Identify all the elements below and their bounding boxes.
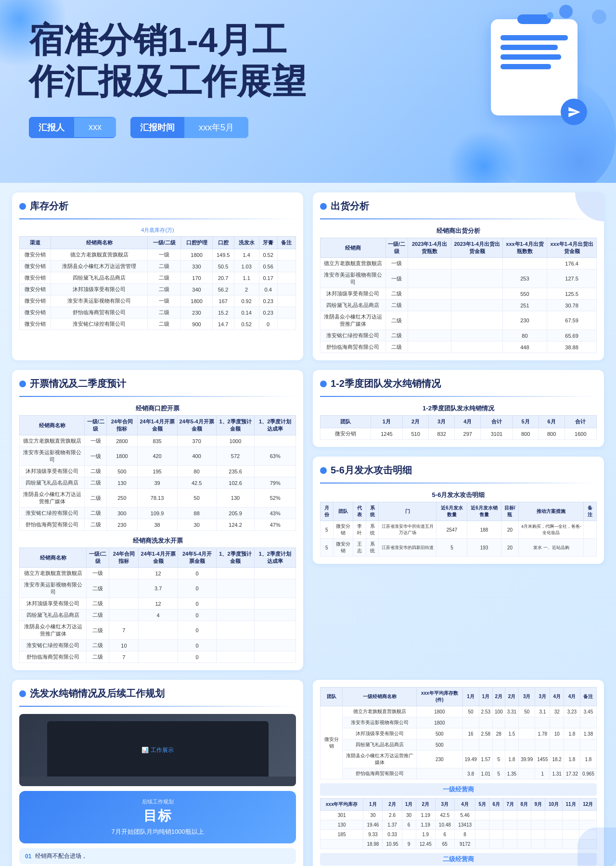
- team-sales-title-text: 1-2季度团队发水纯销情况: [331, 377, 441, 390]
- clipboard-lines: [500, 35, 568, 69]
- table-row: 5微安分销王志系统 江苏省淮安市的四新旧街道 519320 发水 一、近站品购: [321, 539, 597, 557]
- inventory-dot: [19, 203, 26, 210]
- bottom-grid: 洗发水纯销情况及后续工作规划 📊 工作展示 后续工作规划 目标 7月开始团队月均…: [0, 680, 616, 866]
- table-row: 舒怡临海商贸有限公司二级70: [20, 651, 296, 663]
- work-section-card: 洗发水纯销情况及后续工作规划 📊 工作展示 后续工作规划 目标 7月开始团队月均…: [12, 680, 303, 866]
- invoice-table1: 经销商名称 一级/二级 24年合同指标 24年1-4月开票金额 24年5-4月开…: [19, 415, 296, 531]
- table-row: 淮安市美运影视物有限公司 1800: [321, 717, 597, 728]
- work-item-num: 01: [25, 853, 31, 860]
- invoice-title: 开票情况及二季度预计: [19, 377, 296, 390]
- attack-plan-card: 5-6月发水攻击明细 5-6月发水攻击明细 月份 团队 代表 系统 门 近6月发…: [313, 457, 604, 564]
- table-row: 舒怡临海商贸有限公司 3.81.01 51.35 1 1.3117.32 0.9…: [321, 768, 597, 779]
- table-row: 四纷黛飞礼品名品商店 500: [321, 739, 597, 751]
- table-row: 微安分销 德立方老旗舰直营旗舰店 1800 502.53 1003.31 503…: [321, 706, 597, 717]
- reporter-label: 汇报人: [29, 117, 74, 138]
- th-oral: 口腔护理: [181, 237, 212, 249]
- inventory-subtitle: 4月底库存(万): [19, 227, 296, 234]
- table-row: 1859.330.33 1.96 8: [321, 830, 597, 840]
- title-line1: 宿准分销1-4月工: [29, 21, 287, 59]
- th-channel: 渠道: [20, 237, 51, 249]
- clipboard-line: [500, 54, 561, 60]
- inventory-title-text: 库存分析: [30, 200, 68, 213]
- team-sales-dot: [320, 381, 327, 387]
- table-row: 德立方老旗舰直营旗舰店一级120: [20, 568, 296, 579]
- th-shampoo: 洗发水: [234, 237, 259, 249]
- corner-deco: [578, 828, 616, 866]
- level1-title: 一级经营商: [320, 783, 597, 796]
- table-row: 微安分销 1245 510 832 297 3101 800 800 1600: [321, 428, 597, 440]
- clipboard-line: [500, 45, 558, 50]
- header-section: 宿准分销1-4月工 作汇报及工作展望 汇报人 xxx 汇报时间: [0, 0, 616, 183]
- laptop-image: 📊 工作展示: [19, 714, 296, 786]
- invoice-card: 开票情况及二季度预计 经销商口腔开票 经销商名称 一级/二级 24年合同指标 2…: [12, 370, 303, 670]
- table-row: 沐邦顶级享受有限公司二级550125.5: [321, 288, 597, 300]
- table-row: 淮阴县众小橡红木万达运营推广媒体二级25078.135013052%: [20, 489, 296, 508]
- q12-container: 1-2季度团队发水纯销情况 1-2季度团队发水纯销情况 团队 1月 2月 3月 …: [313, 370, 604, 670]
- table-row: 四纷黛飞礼品名品商店二级40: [20, 610, 296, 621]
- th-remark: 备注: [277, 237, 295, 249]
- invoice-title-text: 开票情况及二季度预计: [30, 377, 126, 390]
- send-icon: [561, 99, 587, 125]
- target-pre-label: 后续工作规划: [29, 798, 286, 805]
- clipboard-clip: [517, 14, 551, 24]
- team-sales-card: 1-2季度团队发水纯销情况 1-2季度团队发水纯销情况 团队 1月 2月 3月 …: [313, 370, 604, 447]
- invoice-dot: [19, 381, 26, 387]
- table-row: 淮安市美运影视物有限公司二级3.70: [20, 579, 296, 598]
- deco-circle-1: [592, 10, 606, 24]
- table-row: 微安分销淮阴县众小橡红木万达运营管理二级33050.51.030.56: [20, 261, 296, 272]
- table-row: 舒怡临海商贸有限公司二级44838.88: [321, 342, 597, 353]
- shipment-dot: [320, 203, 327, 210]
- table-row: 四纷黛飞礼品名品商店二级1303942.5102.679%: [20, 477, 296, 489]
- table-row: 淮阴县众小橡红木万达运营推广媒体 230 19.491.57 51.8 39.9…: [321, 751, 597, 768]
- time-label: 汇报时间: [130, 117, 184, 138]
- attack-plan-title: 5-6月发水攻击明细: [320, 464, 597, 477]
- target-title: 目标: [29, 807, 286, 825]
- table-row: 四纷黛飞礼品名品商店二级25130.78: [321, 300, 597, 311]
- table-row: 微安分销淮安市美运影视物有限公司一级18001670.920.23: [20, 295, 296, 307]
- laptop-screen-content: 📊 工作展示: [141, 746, 173, 754]
- attack-subtitle: 5-6月发水攻击明细: [320, 491, 597, 499]
- reporter-value: xxx: [74, 117, 116, 137]
- clipboard-line: [500, 64, 551, 69]
- inventory-card: 库存分析 4月底库存(万) 渠道 经销商名称 一级/二级 口腔护理 口腔 洗发水…: [12, 192, 303, 360]
- target-box: 后续工作规划 目标 7月开始团队月均纯销1000瓶以上: [19, 791, 296, 843]
- clipboard-line: [500, 35, 568, 40]
- shipment-underline: [320, 218, 597, 219]
- team-sales-underline: [320, 396, 597, 397]
- inventory-title: 库存分析: [19, 200, 296, 213]
- time-value: xxx年5月: [184, 117, 248, 138]
- deco-small-circle: [559, 5, 573, 18]
- work-item-text: 经销商不配合进场，: [35, 852, 87, 860]
- shipment-card: 出货分析 经销商出货分析 经销商 一级/二级 2023年1-4月出货瓶数 202…: [313, 192, 604, 360]
- sales-main-table: 团队 一级经销商名称 xxx年平均库存数(件) 1月 1月 2月 2月 3月 3…: [320, 687, 597, 779]
- table-row: 淮安市美运影视物有限公司一级253127.5: [321, 269, 597, 288]
- work-underline: [19, 706, 296, 707]
- table-row: 微安分销四纷黛飞礼品名品商店二级17020.71.10.17: [20, 272, 296, 284]
- invoice-underline: [19, 396, 296, 397]
- sales-table-header: 团队 一级经销商名称 xxx年平均库存数(件) 1月 1月 2月 2月 3月 3…: [320, 687, 597, 779]
- laptop-screen: 📊 工作展示: [47, 721, 269, 779]
- level1-table: xxx年平均库存 1月 2月 1月 2月 3月 4月 5月 6月 7月 8月 9…: [320, 798, 597, 849]
- laptop-keyboard: [19, 777, 296, 786]
- main-content: 库存分析 4月底库存(万) 渠道 经销商名称 一级/二级 口腔护理 口腔 洗发水…: [0, 183, 616, 680]
- inventory-underline: [19, 218, 296, 219]
- work-dot: [19, 690, 26, 697]
- team-sales-title: 1-2季度团队发水纯销情况: [320, 377, 597, 390]
- deco-tiny-circle: [547, 12, 553, 19]
- header-meta: 汇报人 xxx 汇报时间 xxx年5月: [29, 117, 587, 138]
- table-row: 微安分销德立方老旗舰直营旗舰店一级1800149.51.40.52: [20, 249, 296, 261]
- attack-plan-underline: [320, 483, 597, 484]
- table-row: 18.9810.95 912.4565 9172: [321, 840, 597, 849]
- reporter-meta: 汇报人 xxx: [29, 117, 116, 138]
- work-title-text: 洗发水纯销情况及后续工作规划: [30, 687, 165, 700]
- target-description: 7月开始团队月均纯销1000瓶以上: [29, 828, 286, 836]
- title-line2: 作汇报及工作展望: [29, 62, 306, 101]
- attack-table: 月份 团队 代表 系统 门 近6月发水数量 近6月发水销售量 目标/瓶 推动方案…: [320, 502, 597, 557]
- table-row: 舒怡临海商贸有限公司二级2303830124.247%: [20, 519, 296, 531]
- shipment-title-text: 出货分析: [331, 200, 369, 213]
- table-row: 301302.6 301.1942.5 5.46: [321, 811, 597, 820]
- top-grid: 库存分析 4月底库存(万) 渠道 经销商名称 一级/二级 口腔护理 口腔 洗发水…: [12, 192, 604, 670]
- top-right-deco: [575, 192, 604, 221]
- team-sales-table: 团队 1月 2月 3月 4月 合计 5月 6月 合计: [320, 415, 597, 440]
- table-row: 德立方老旗舰直营旗舰店一级176.4: [321, 258, 597, 269]
